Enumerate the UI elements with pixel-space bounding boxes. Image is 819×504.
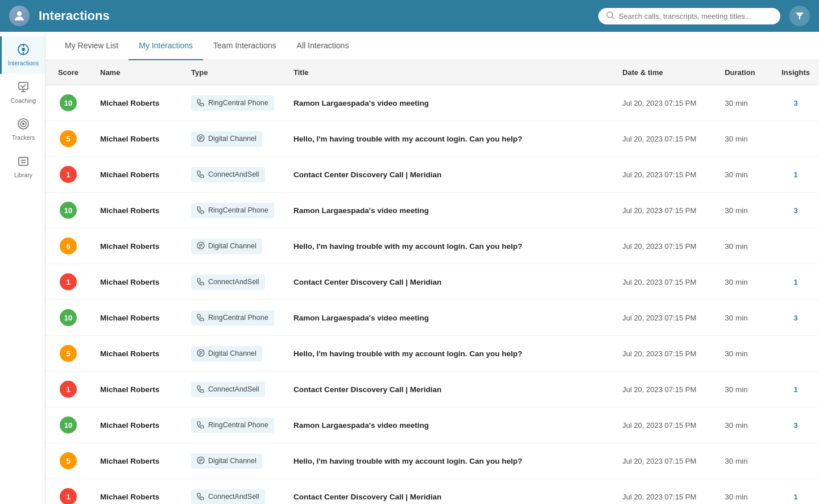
interaction-date: Jul 20, 2023 07:15 PM bbox=[622, 278, 696, 286]
score-cell: 1 bbox=[46, 264, 91, 300]
interaction-title: Contact Center Discovery Call | Meridian bbox=[293, 170, 441, 179]
type-label: RingCentral Phone bbox=[208, 314, 268, 322]
type-cell: Digital Channel bbox=[182, 121, 284, 157]
interaction-type-badge: Digital Channel bbox=[191, 131, 262, 147]
table-row[interactable]: 1 Michael Roberts ConnectAndSell Contact… bbox=[46, 264, 819, 300]
type-cell: RingCentral Phone bbox=[182, 407, 284, 443]
insight-count[interactable]: 3 bbox=[793, 206, 797, 215]
table-row[interactable]: 5 Michael Roberts Digital Channel Hello,… bbox=[46, 443, 819, 479]
interaction-type-badge: ConnectAndSell bbox=[191, 489, 265, 505]
type-label: ConnectAndSell bbox=[208, 493, 259, 501]
table-row[interactable]: 5 Michael Roberts Digital Channel Hello,… bbox=[46, 121, 819, 157]
tab-team-interactions[interactable]: Team Interactions bbox=[203, 32, 287, 60]
title-cell: Contact Center Discovery Call | Meridian bbox=[284, 264, 613, 300]
interaction-type-badge: Digital Channel bbox=[191, 453, 262, 469]
sidebar-item-coaching[interactable]: Coaching bbox=[0, 74, 45, 111]
page-title: Interactions bbox=[39, 9, 589, 23]
table-row[interactable]: 1 Michael Roberts ConnectAndSell Contact… bbox=[46, 479, 819, 505]
score-cell: 1 bbox=[46, 157, 91, 193]
type-icon bbox=[197, 98, 205, 108]
score-cell: 10 bbox=[46, 407, 91, 443]
table-row[interactable]: 5 Michael Roberts Digital Channel Hello,… bbox=[46, 336, 819, 372]
title-cell: Ramon Largaespada's video meeting bbox=[284, 300, 613, 336]
name-cell: Michael Roberts bbox=[91, 228, 182, 264]
name-cell: Michael Roberts bbox=[91, 407, 182, 443]
insights-cell bbox=[772, 228, 819, 264]
insights-cell: 3 bbox=[772, 193, 819, 228]
interaction-date: Jul 20, 2023 07:15 PM bbox=[622, 314, 696, 322]
insights-cell: 1 bbox=[772, 157, 819, 193]
type-icon bbox=[197, 492, 205, 502]
score-cell: 1 bbox=[46, 479, 91, 505]
type-cell: Digital Channel bbox=[182, 443, 284, 479]
table-row[interactable]: 5 Michael Roberts Digital Channel Hello,… bbox=[46, 228, 819, 264]
table-row[interactable]: 10 Michael Roberts RingCentral Phone Ram… bbox=[46, 85, 819, 121]
insight-count[interactable]: 3 bbox=[793, 314, 797, 322]
interaction-type-badge: RingCentral Phone bbox=[191, 418, 274, 433]
type-icon bbox=[197, 134, 205, 144]
score-badge: 5 bbox=[60, 130, 77, 147]
type-icon bbox=[197, 456, 205, 466]
sidebar-item-trackers[interactable]: Trackers bbox=[0, 111, 45, 148]
contact-name: Michael Roberts bbox=[100, 135, 159, 143]
insight-count[interactable]: 3 bbox=[793, 99, 797, 107]
search-icon bbox=[606, 11, 614, 21]
coaching-icon bbox=[17, 81, 30, 95]
svg-point-13 bbox=[22, 123, 24, 125]
table-row[interactable]: 10 Michael Roberts RingCentral Phone Ram… bbox=[46, 407, 819, 443]
insight-count[interactable]: 1 bbox=[793, 493, 797, 501]
type-label: Digital Channel bbox=[208, 135, 257, 143]
contact-name: Michael Roberts bbox=[100, 385, 159, 394]
insights-cell: 1 bbox=[772, 372, 819, 407]
insight-count[interactable]: 3 bbox=[793, 421, 797, 430]
sidebar-item-interactions[interactable]: Interactions bbox=[0, 36, 45, 74]
tab-my-review-list[interactable]: My Review List bbox=[55, 32, 129, 60]
interaction-date: Jul 20, 2023 07:15 PM bbox=[622, 349, 696, 358]
insight-count[interactable]: 1 bbox=[793, 170, 797, 179]
svg-rect-14 bbox=[19, 157, 28, 165]
interaction-title: Contact Center Discovery Call | Meridian bbox=[293, 385, 441, 394]
score-badge: 1 bbox=[60, 381, 77, 398]
name-cell: Michael Roberts bbox=[91, 443, 182, 479]
svg-marker-3 bbox=[796, 13, 804, 19]
interaction-type-badge: RingCentral Phone bbox=[191, 203, 274, 218]
title-cell: Contact Center Discovery Call | Meridian bbox=[284, 479, 613, 505]
sidebar-item-library[interactable]: Library bbox=[0, 148, 45, 186]
insights-cell: 1 bbox=[772, 479, 819, 505]
score-badge: 10 bbox=[60, 309, 77, 326]
search-input[interactable] bbox=[619, 12, 772, 20]
avatar[interactable] bbox=[9, 6, 30, 26]
insight-count[interactable]: 1 bbox=[793, 278, 797, 286]
tab-all-interactions[interactable]: All Interactions bbox=[287, 32, 359, 60]
date-cell: Jul 20, 2023 07:15 PM bbox=[613, 300, 715, 336]
table-row[interactable]: 10 Michael Roberts RingCentral Phone Ram… bbox=[46, 193, 819, 228]
tab-my-interactions[interactable]: My Interactions bbox=[129, 32, 203, 60]
insights-cell bbox=[772, 121, 819, 157]
date-cell: Jul 20, 2023 07:15 PM bbox=[613, 85, 715, 121]
sidebar-item-coaching-label: Coaching bbox=[11, 97, 36, 105]
date-cell: Jul 20, 2023 07:15 PM bbox=[613, 121, 715, 157]
type-icon bbox=[197, 206, 205, 215]
title-cell: Ramon Largaespada's video meeting bbox=[284, 193, 613, 228]
contact-name: Michael Roberts bbox=[100, 421, 159, 430]
type-label: ConnectAndSell bbox=[208, 170, 259, 178]
interaction-title: Hello, I'm having trouble with my accoun… bbox=[293, 349, 522, 358]
insights-cell: 3 bbox=[772, 407, 819, 443]
filter-button[interactable] bbox=[789, 6, 810, 26]
interaction-date: Jul 20, 2023 07:15 PM bbox=[622, 99, 696, 107]
date-cell: Jul 20, 2023 07:15 PM bbox=[613, 193, 715, 228]
type-icon bbox=[197, 349, 205, 359]
table-row[interactable]: 10 Michael Roberts RingCentral Phone Ram… bbox=[46, 300, 819, 336]
interaction-date: Jul 20, 2023 07:15 PM bbox=[622, 385, 696, 394]
insight-count[interactable]: 1 bbox=[793, 385, 797, 394]
table-row[interactable]: 1 Michael Roberts ConnectAndSell Contact… bbox=[46, 157, 819, 193]
interaction-title: Ramon Largaespada's video meeting bbox=[293, 206, 429, 215]
interaction-date: Jul 20, 2023 07:15 PM bbox=[622, 242, 696, 251]
score-badge: 10 bbox=[60, 202, 77, 219]
col-name: Name bbox=[91, 60, 182, 85]
interaction-title: Hello, I'm having trouble with my accoun… bbox=[293, 242, 522, 251]
name-cell: Michael Roberts bbox=[91, 300, 182, 336]
type-icon bbox=[197, 313, 205, 323]
interaction-duration: 30 min bbox=[725, 135, 748, 143]
table-row[interactable]: 1 Michael Roberts ConnectAndSell Contact… bbox=[46, 372, 819, 407]
